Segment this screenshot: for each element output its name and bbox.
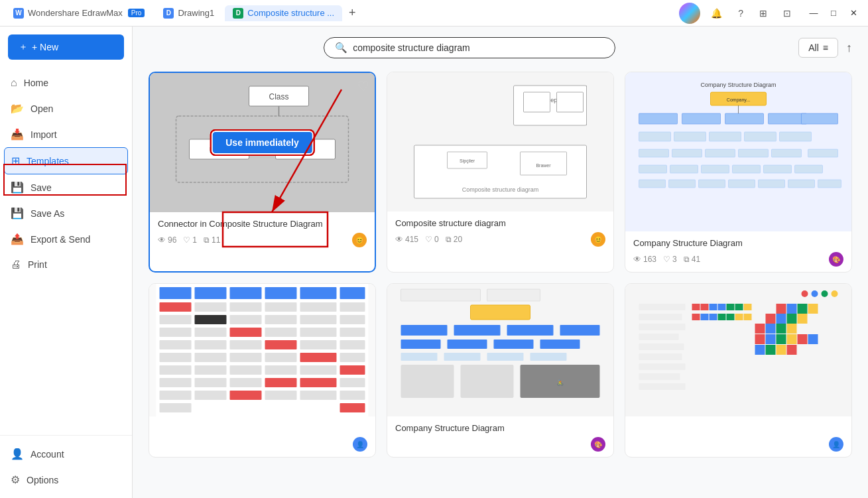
svg-rect-97	[230, 365, 262, 375]
home-icon: ⌂	[11, 77, 17, 89]
sidebar-item-save-as[interactable]: 💾 Save As	[0, 200, 132, 226]
svg-rect-108	[195, 391, 227, 400]
svg-rect-32	[802, 113, 838, 124]
copy-stat-composite: ⧉ 20	[446, 235, 462, 244]
template-card-company-1[interactable]: Company Structure Diagram Company...	[625, 72, 852, 273]
sidebar-item-options[interactable]: ⚙ Options	[0, 467, 132, 493]
svg-rect-94	[340, 353, 365, 362]
scroll-to-top-button[interactable]: ↑	[846, 41, 852, 55]
sidebar-item-account[interactable]: 👤 Account	[0, 441, 132, 467]
templates-icon: ⊞	[11, 155, 20, 167]
svg-rect-101	[160, 378, 192, 387]
svg-rect-130	[530, 353, 567, 361]
svg-rect-76	[340, 315, 365, 324]
tab-composite[interactable]: D Composite structure ...	[225, 5, 342, 21]
card-stats-connector: 👁 96 ♡ 1 ⧉ 11 😊	[158, 233, 367, 247]
composite-diagram: Bilirçeper Sipçiler Brawer Composite str…	[387, 72, 613, 212]
sidebar-bottom: 👤 Account ⚙ Options	[0, 435, 132, 498]
svg-rect-95	[160, 365, 192, 375]
like-count-composite: 0	[434, 235, 439, 244]
author-avatar-mosaic: 👤	[829, 437, 843, 452]
svg-rect-112	[340, 391, 365, 400]
svg-rect-83	[160, 340, 192, 349]
svg-rect-80	[265, 328, 297, 337]
tab-drawing1-label: Drawing1	[178, 8, 214, 18]
svg-rect-157	[701, 314, 709, 320]
sidebar-item-print[interactable]: 🖨 Print	[0, 252, 132, 277]
template-card-kanban[interactable]: 👤	[149, 283, 376, 458]
notification-button[interactable]: 🔔	[706, 5, 727, 21]
export-icon: 📤	[11, 233, 24, 245]
svg-rect-144	[639, 343, 684, 350]
svg-rect-158	[710, 314, 717, 320]
template-card-mosaic[interactable]: 👤	[625, 283, 852, 458]
like-icon: ♡	[425, 235, 432, 244]
new-button[interactable]: ＋ + New	[8, 34, 124, 60]
close-button[interactable]: ✕	[844, 4, 863, 23]
svg-rect-154	[735, 304, 743, 310]
template-card-composite[interactable]: Bilirçeper Sipçiler Brawer Composite str…	[387, 72, 614, 273]
tab-composite-icon: D	[233, 8, 243, 19]
template-card-connector[interactable]: Class Part 1 Part 2 ♡ Use immediately	[149, 72, 376, 273]
sidebar-item-home[interactable]: ⌂ Home	[0, 70, 132, 95]
svg-rect-169	[787, 304, 797, 314]
svg-rect-90	[195, 353, 227, 362]
card-thumb-connector: Class Part 1 Part 2 ♡ Use immediately	[150, 73, 375, 212]
sidebar-item-open[interactable]: 📂 Open	[0, 95, 132, 121]
add-tab-button[interactable]: +	[345, 6, 360, 20]
svg-rect-114	[340, 403, 365, 412]
svg-rect-118	[471, 305, 530, 320]
view-icon-connector: 👁	[158, 235, 166, 245]
svg-text:Brawer: Brawer	[536, 163, 551, 168]
titlebar-actions: 🔔 ? ⊞ ⊡	[679, 3, 796, 24]
search-input[interactable]	[353, 42, 604, 53]
user-avatar[interactable]	[679, 3, 700, 24]
svg-rect-72	[195, 315, 227, 324]
sidebar-item-export-send[interactable]: 📤 Export & Send	[0, 226, 132, 252]
card-info-company-1: Company Structure Diagram 👁 163 ♡ 3 ⧉ 4	[625, 231, 851, 272]
sidebar-item-templates[interactable]: ⊞ Templates	[4, 147, 128, 174]
svg-rect-107	[160, 391, 192, 400]
filter-button[interactable]: All ≡	[798, 38, 838, 58]
maximize-button[interactable]: □	[824, 4, 843, 23]
tab-drawing1[interactable]: D Drawing1	[155, 5, 222, 21]
svg-rect-73	[230, 315, 262, 324]
svg-rect-78	[195, 328, 227, 337]
svg-text:Class: Class	[269, 92, 288, 101]
company-flowchart: 🚴	[387, 284, 613, 416]
minimize-button[interactable]: —	[804, 4, 823, 23]
svg-rect-51	[639, 180, 666, 188]
use-immediately-button[interactable]: Use immediately	[211, 131, 314, 155]
sidebar-templates-label: Templates	[27, 156, 69, 166]
like-icon-c1: ♡	[663, 255, 670, 264]
template-card-company-2[interactable]: 🚴 Company Structure Diagram 🎨	[387, 283, 614, 458]
card-stats-composite: 👁 415 ♡ 0 ⧉ 20 😊	[395, 232, 605, 247]
titlebar: W Wondershare EdrawMax Pro D Drawing1 D …	[0, 0, 868, 27]
sidebar-open-label: Open	[31, 103, 53, 114]
tab-wondershare[interactable]: W Wondershare EdrawMax Pro	[5, 5, 153, 21]
layout-button[interactable]: ⊡	[778, 5, 796, 21]
sidebar-options-label: Options	[27, 475, 58, 485]
heart-button-connector[interactable]: ♡	[357, 78, 369, 94]
svg-rect-69	[300, 302, 337, 312]
svg-rect-171	[787, 314, 797, 324]
sidebar-nav: ⌂ Home 📂 Open 📥 Import ⊞ Templates 💾 Sav…	[0, 68, 132, 280]
open-icon: 📂	[11, 102, 24, 115]
sidebar-item-import[interactable]: 📥 Import	[0, 121, 132, 147]
svg-rect-35	[674, 132, 706, 141]
help-button[interactable]: ?	[733, 5, 749, 21]
grid-view-button[interactable]: ⊞	[754, 5, 773, 21]
svg-rect-48	[733, 165, 761, 173]
import-icon: 📥	[11, 128, 24, 141]
sidebar-item-save[interactable]: 💾 Save	[0, 174, 132, 200]
svg-rect-123	[401, 340, 441, 349]
svg-rect-184	[776, 345, 786, 355]
copy-stat-connector: ⧉ 11	[204, 235, 220, 245]
card-stats-kanban: 👤	[157, 437, 367, 452]
svg-rect-39	[639, 149, 669, 157]
options-icon: ⚙	[11, 473, 20, 486]
svg-rect-175	[808, 304, 818, 314]
svg-rect-110	[265, 391, 297, 400]
svg-rect-98	[265, 365, 297, 375]
svg-rect-119	[401, 325, 448, 336]
